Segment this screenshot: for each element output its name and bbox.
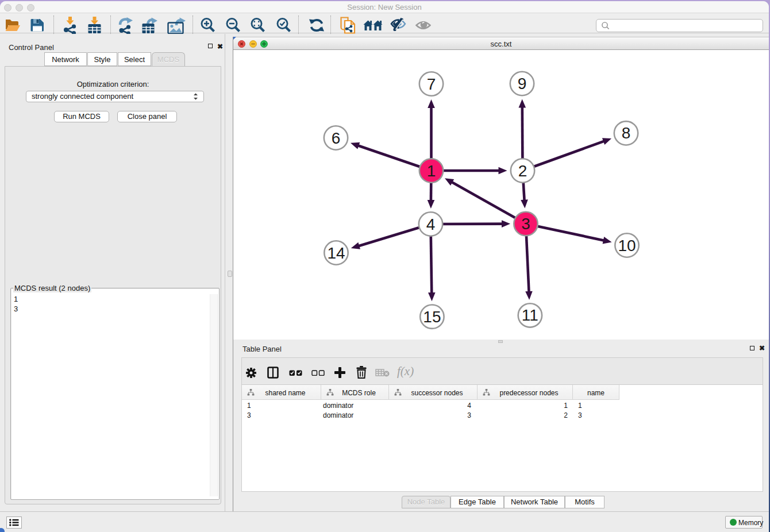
svg-text:8: 8: [622, 124, 631, 142]
svg-text:1: 1: [427, 162, 436, 180]
svg-text:6: 6: [332, 129, 341, 147]
svg-text:14: 14: [327, 244, 345, 262]
svg-text:15: 15: [423, 308, 441, 326]
svg-text:4: 4: [426, 215, 436, 233]
svg-text:7: 7: [427, 75, 436, 93]
svg-text:3: 3: [521, 215, 530, 233]
svg-text:2: 2: [518, 162, 528, 180]
svg-text:9: 9: [518, 75, 527, 92]
svg-text:11: 11: [522, 306, 538, 324]
svg-text:10: 10: [618, 237, 636, 255]
